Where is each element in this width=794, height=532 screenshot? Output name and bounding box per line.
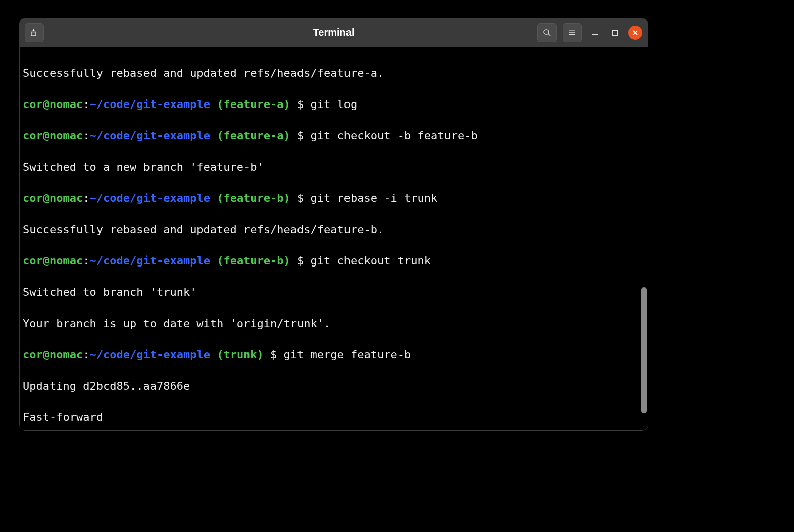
command-text: git checkout -b feature-b	[311, 129, 478, 142]
output-line: Your branch is up to date with 'origin/t…	[23, 315, 644, 331]
prompt-line: cor@nomac:~/code/git-example (feature-b)…	[23, 253, 644, 269]
output-line: Switched to branch 'trunk'	[23, 284, 644, 300]
output-line: Updating d2bcd85..aa7866e	[23, 378, 644, 394]
prompt-line: cor@nomac:~/code/git-example (feature-b)…	[23, 190, 644, 206]
prompt-line: cor@nomac:~/code/git-example (trunk) $ g…	[23, 347, 644, 362]
search-button[interactable]	[537, 23, 557, 42]
close-icon	[632, 30, 638, 36]
command-text: git rebase -i trunk	[311, 192, 438, 204]
titlebar-controls	[537, 23, 642, 42]
terminal-content[interactable]: Successfully rebased and updated refs/he…	[20, 47, 648, 430]
menu-button[interactable]	[563, 23, 582, 42]
hamburger-icon	[568, 28, 577, 37]
terminal-window: Terminal	[19, 18, 648, 431]
close-button[interactable]	[628, 26, 642, 40]
window-title: Terminal	[313, 27, 355, 38]
svg-rect-1	[613, 30, 618, 35]
minimize-icon	[591, 29, 599, 36]
search-icon	[542, 28, 552, 37]
output-line: Successfully rebased and updated refs/he…	[23, 222, 644, 237]
maximize-button[interactable]	[608, 26, 622, 40]
scrollbar[interactable]	[641, 287, 647, 413]
command-text: git log	[311, 98, 358, 111]
prompt-line: cor@nomac:~/code/git-example (feature-a)…	[23, 96, 644, 112]
maximize-icon	[612, 29, 619, 36]
output-line: Successfully rebased and updated refs/he…	[23, 65, 644, 81]
command-text: git checkout trunk	[311, 254, 431, 267]
new-tab-icon	[30, 28, 39, 37]
output-line: Switched to a new branch 'feature-b'	[23, 159, 644, 175]
prompt-line: cor@nomac:~/code/git-example (feature-a)…	[23, 128, 644, 143]
new-tab-button[interactable]	[25, 23, 44, 42]
command-text: git merge feature-b	[284, 348, 411, 361]
output-line: Fast-forward	[23, 409, 644, 425]
titlebar: Terminal	[20, 18, 648, 47]
minimize-button[interactable]	[588, 26, 602, 40]
svg-point-0	[544, 30, 549, 34]
